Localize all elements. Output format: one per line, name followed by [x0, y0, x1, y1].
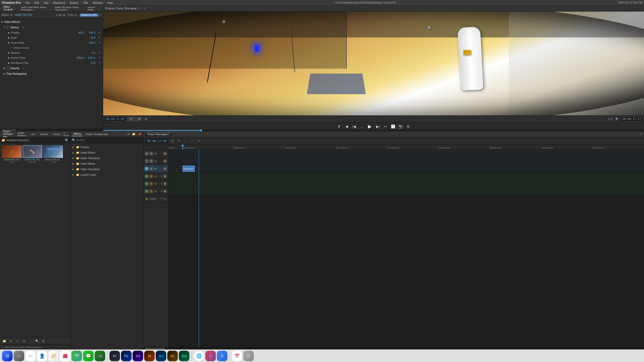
clip-block-v1[interactable]: G0082793 — [182, 165, 195, 172]
effect-controls-tab[interactable]: Effect Controls — [2, 5, 17, 12]
dock-calendar[interactable]: 📅 — [232, 351, 242, 361]
position-x-value[interactable]: 960.0 — [74, 31, 84, 34]
dock-ae[interactable]: Ae — [133, 351, 143, 361]
new-bin-btn[interactable]: 📁 — [2, 339, 7, 343]
track-a2[interactable] — [169, 180, 644, 188]
track-v2[interactable] — [169, 157, 644, 165]
monitor-menu-icon[interactable]: ✕ — [140, 7, 142, 10]
menu-help[interactable]: Help — [107, 1, 113, 4]
menu-title[interactable]: Title — [83, 1, 88, 4]
dock-facetime[interactable]: 📹 — [95, 351, 105, 361]
media-item[interactable]: 🖨 G0062467.JPG 13:12 — [2, 145, 22, 335]
info-tab[interactable]: Info — [30, 132, 36, 136]
panel-reset-btn[interactable]: ↺ — [99, 14, 101, 16]
dock-launchpad[interactable]: ⚏ — [14, 351, 24, 361]
dock-chrome[interactable]: 🌐 — [194, 351, 204, 361]
position-reset[interactable]: ↺ — [97, 31, 101, 34]
timeline-scrollbar[interactable] — [143, 347, 644, 349]
rotation-value[interactable]: 0.0 — [85, 52, 95, 54]
anchor-y-value[interactable]: 1500.0 — [85, 57, 95, 59]
rotation-toggle[interactable]: ▶ — [8, 52, 10, 54]
dock-maps[interactable]: 🗺 — [71, 351, 82, 361]
timeline-close[interactable]: ✕ — [640, 133, 642, 135]
video-transitions-folder[interactable]: ▶ 📁 Video Transitions — [70, 166, 143, 172]
track-v3[interactable] — [169, 150, 644, 157]
v2-sync-btn[interactable]: S — [149, 159, 153, 163]
dock-contacts[interactable]: 👤 — [37, 351, 47, 361]
track-v1[interactable]: G0082793 — [169, 165, 644, 172]
a3-mute-btn[interactable]: M — [145, 190, 148, 193]
lumetri-folder[interactable]: ▶ 📁 Lumetri Looks — [70, 172, 143, 177]
media-item-3[interactable]: Femur Time-la... 17:13 — [43, 145, 63, 335]
media-browser-tab[interactable]: Media Browser — [16, 131, 28, 137]
timeline-tab[interactable]: Femur Time-lapse 1 — [145, 132, 172, 136]
monitor-close[interactable]: ≡ — [144, 7, 146, 10]
dock-safari[interactable]: 🧭 — [48, 351, 59, 361]
step-fwd-btn[interactable]: … — [359, 123, 365, 129]
monitor-wrench[interactable]: ⚙ — [144, 117, 149, 122]
fit-selector[interactable]: Fit 25% 50% 100% — [128, 117, 142, 121]
tl-snap-btn[interactable]: ⊡ — [170, 139, 175, 144]
audio-effects-folder[interactable]: ▶ 📁 Audio Effects — [70, 150, 143, 155]
find-btn[interactable]: 🔍 — [35, 339, 39, 343]
dock-br[interactable]: Br — [167, 351, 178, 361]
monitor-progress-bar[interactable] — [103, 130, 644, 131]
v1-vis-btn[interactable]: V — [145, 167, 148, 170]
search-icon[interactable]: 🔍 — [65, 139, 69, 142]
opacity-toggle[interactable]: ▶ — [4, 67, 5, 69]
video-effects-section[interactable]: ▶ Video Effects — [0, 19, 103, 25]
a1-lock-btn[interactable]: 🔒 — [163, 174, 167, 178]
automate-btn[interactable]: → — [28, 339, 33, 343]
prev-keyframe-btn[interactable]: ◀ — [344, 123, 350, 129]
monitor-timecode[interactable]: 00:00:17:09 — [105, 117, 126, 121]
opacity-reset[interactable]: ↺ — [22, 66, 25, 70]
effects-tab[interactable]: Effects — [72, 132, 83, 136]
next-keyframe-btn[interactable]: ▶| — [375, 123, 381, 129]
media-item-2[interactable]: 🦴 G0082793.JPG 2:42:04 — [23, 145, 42, 335]
dock-trash[interactable]: 🗑 — [243, 351, 254, 361]
scale-toggle[interactable]: ▶ — [8, 36, 10, 39]
icon-view-btn[interactable]: ⊞ — [22, 339, 26, 343]
effects-search-input[interactable] — [76, 139, 142, 142]
track-a3[interactable] — [169, 188, 644, 195]
new-item-btn[interactable]: ⬇ — [9, 339, 13, 343]
effects-project-tab[interactable]: Project: timelapse test — [84, 132, 109, 136]
dock-ai[interactable]: Ai — [144, 351, 155, 361]
dock-messages[interactable]: 💬 — [83, 351, 94, 361]
a2-lock-btn[interactable]: 🔒 — [163, 182, 167, 186]
video-effects-folder[interactable]: ▶ 📁 Video Effects — [70, 161, 143, 166]
scale-width-reset[interactable]: ↺ — [97, 41, 101, 44]
zoom-icon[interactable]: 🔍 — [616, 118, 619, 120]
v3-lock-btn[interactable]: 🔒 — [163, 152, 167, 155]
presets-folder[interactable]: ▶ 📁 Presets — [70, 144, 143, 150]
settings-btn[interactable]: ⚙ — [405, 123, 411, 129]
position-toggle[interactable]: ▶ — [8, 31, 10, 34]
timeline-timecode[interactable]: 00:00:17:09 — [145, 139, 168, 143]
a3-lock-btn[interactable]: 🔒 — [163, 190, 167, 193]
monitor-playhead[interactable] — [200, 129, 202, 131]
tl-tools-btn[interactable]: ↕ — [189, 139, 194, 144]
camera-btn[interactable]: 📷 — [397, 123, 404, 129]
dock-appstore[interactable]: A — [217, 351, 227, 361]
safe-btn[interactable]: ⬜ — [390, 123, 396, 129]
menu-marker[interactable]: Marker — [70, 1, 78, 4]
v1-sync-btn[interactable]: S — [149, 167, 153, 170]
anti-flicker-value[interactable]: 0.00 — [85, 62, 95, 64]
tl-marker-btn[interactable]: ⬦ — [183, 139, 188, 144]
menu-file[interactable]: File — [25, 1, 30, 4]
source-tab[interactable]: Source: G008... — [86, 6, 101, 12]
scale-width-value[interactable]: 100.0 — [85, 41, 95, 44]
anchor-reset[interactable]: ↺ — [97, 56, 101, 60]
tl-razor-btn[interactable]: ✂ — [196, 139, 201, 144]
scale-value[interactable]: 14.8 — [85, 36, 95, 39]
list-view-btn[interactable]: ≡ — [15, 339, 20, 343]
time-remapping-section[interactable]: ▶ Time Remapping — [0, 71, 103, 76]
v3-vis-btn[interactable]: V — [145, 152, 148, 155]
a3-solo-btn[interactable]: S — [149, 190, 153, 193]
a2-solo-btn[interactable]: S — [149, 182, 153, 186]
rotation-reset[interactable]: ↺ — [97, 51, 101, 55]
opacity-enable-checkbox[interactable] — [6, 67, 9, 70]
motion-reset[interactable]: ↺ — [21, 26, 25, 29]
a2-mute-btn[interactable]: M — [145, 182, 148, 186]
master-clip-dropdown[interactable]: ▼ — [10, 14, 13, 16]
